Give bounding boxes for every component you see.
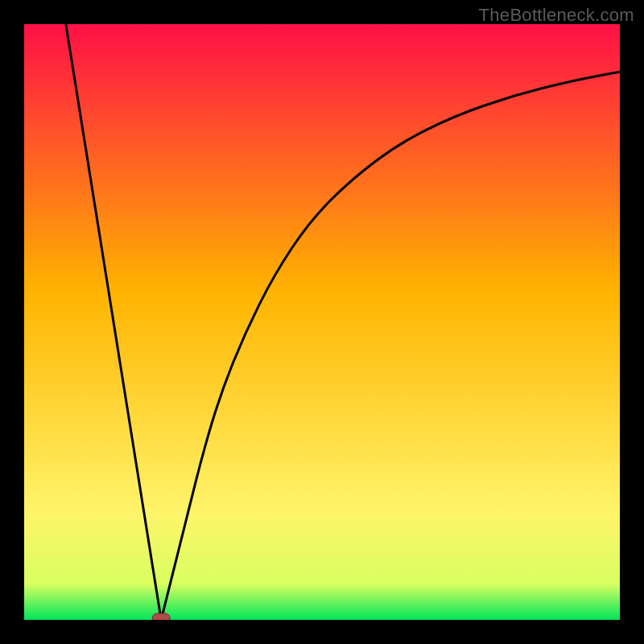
chart-frame: TheBottleneck.com <box>0 0 644 644</box>
plot-area <box>24 24 620 620</box>
vertex-marker <box>152 613 170 620</box>
chart-svg <box>24 24 620 620</box>
watermark-label: TheBottleneck.com <box>479 5 634 26</box>
